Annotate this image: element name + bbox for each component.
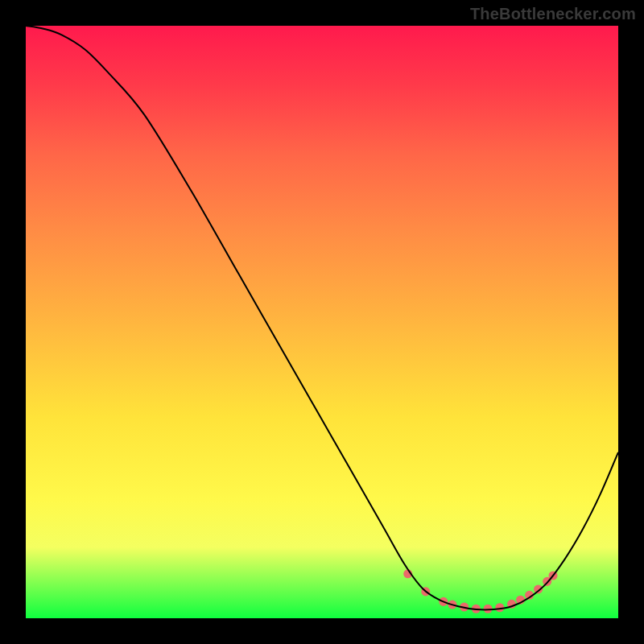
marker-dot [495,603,504,612]
chart-container: TheBottlenecker.com [0,0,644,644]
bottleneck-curve [26,26,618,609]
chart-svg [26,26,618,618]
plot-area [26,26,618,618]
watermark-text: TheBottlenecker.com [470,5,636,23]
